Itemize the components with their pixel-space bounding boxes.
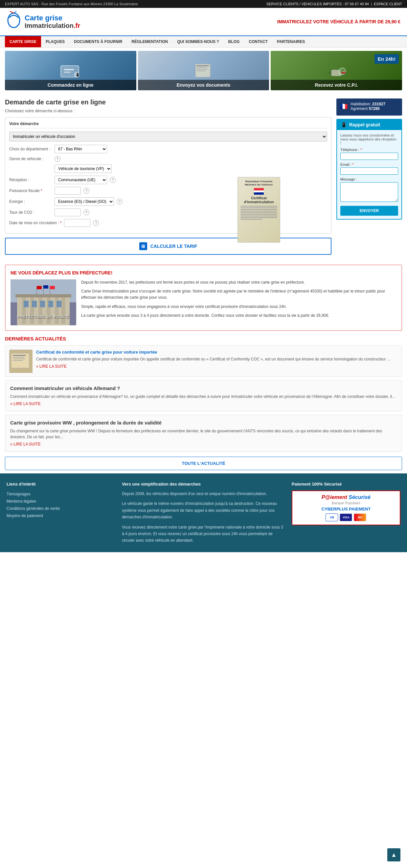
- nav-blog[interactable]: BLOG: [224, 36, 244, 47]
- news-title-1[interactable]: Certificat de conformité et carte grise …: [36, 350, 398, 354]
- svg-rect-36: [50, 286, 55, 289]
- co2-help-icon[interactable]: ?: [83, 210, 89, 215]
- logo-icon: [6, 11, 21, 32]
- svg-rect-28: [40, 301, 45, 307]
- news-content-1: Certificat de conformité et carte grise …: [36, 350, 398, 373]
- callback-email-input[interactable]: [340, 167, 398, 175]
- banner-recevez[interactable]: En 24h! 🚗 Recevez votre C.P.I.: [271, 51, 402, 90]
- nav-reglementation[interactable]: RÉGLEMENTATION: [127, 36, 172, 47]
- genre-row: Genre de véhicule : ? République Françai…: [9, 156, 327, 162]
- callback-message-textarea[interactable]: [340, 182, 398, 202]
- svg-line-1: [10, 11, 14, 13]
- genre-select[interactable]: Véhicule de tourisme (VP): [55, 164, 112, 173]
- dept-label: Choix du département :: [9, 147, 52, 151]
- phone-icon: 📱: [341, 122, 347, 127]
- news-read-more-1[interactable]: » LIRE LA SUITE: [36, 364, 67, 369]
- payment-box: P@iement Sécurisé Banque Populaire CYBER…: [292, 491, 401, 525]
- left-panel: Demande de carte grise en ligne Choisiss…: [5, 98, 331, 255]
- nav-contact[interactable]: CONTACT: [244, 36, 272, 47]
- date-input[interactable]: [64, 219, 90, 227]
- callback-phone-label: Téléphone : *: [340, 148, 398, 152]
- prefecture-img-label: PREFECTURE DE POLICE: [10, 315, 76, 319]
- hab-label1: Habilitation:: [350, 102, 371, 106]
- puissance-input[interactable]: [55, 187, 81, 195]
- banner-envoyez[interactable]: Envoyez vos documents: [138, 51, 269, 90]
- payment-secure-title: P@iement Sécurisé: [296, 494, 397, 500]
- energie-help-icon[interactable]: ?: [117, 198, 122, 205]
- svg-rect-41: [13, 359, 25, 359]
- callback-submit-button[interactable]: ENVOYER: [340, 206, 398, 216]
- footer-link-temoignages[interactable]: Témoignages: [6, 491, 115, 498]
- nav-carte-grise[interactable]: CARTE GRISE: [5, 36, 41, 47]
- footer-link-mentions[interactable]: Mentions légales: [6, 498, 115, 505]
- callback-box: 📱 Rappel gratuit Laissez nous vos coordo…: [337, 119, 402, 220]
- news-text-1: Certificat de conformité et carte grise …: [36, 356, 398, 362]
- nav-qui-sommes-nous[interactable]: QUI SOMMES-NOUS ?: [172, 36, 223, 47]
- nav-plaques[interactable]: PLAQUES: [41, 36, 69, 47]
- svg-rect-27: [32, 301, 37, 307]
- svg-rect-12: [197, 70, 206, 71]
- flag-icon: 🇫🇷: [340, 102, 348, 110]
- svg-rect-9: [197, 65, 209, 66]
- calc-label: CALCULER LE TARIF: [150, 244, 197, 249]
- puissance-help-icon[interactable]: ?: [83, 188, 89, 194]
- genre-select-row: Véhicule de tourisme (VP): [9, 164, 327, 173]
- news-title-2[interactable]: Comment immatriculer un véhicule Alleman…: [10, 385, 397, 391]
- reception-select[interactable]: Communautaire (UE): [55, 176, 107, 184]
- genre-label: Genre de véhicule :: [9, 157, 52, 161]
- service-info: SERVICE CLIENTS / VÉHICULES IMPORTÉS : 0…: [266, 2, 402, 6]
- date-help-icon[interactable]: ?: [93, 220, 99, 226]
- date-label: Date de mise en circulation :: [9, 221, 61, 225]
- prefecture-para-2: Carte Grise Immatriculation peut s'occup…: [81, 288, 397, 301]
- reception-help-icon[interactable]: ?: [110, 177, 116, 183]
- logo-line2: Immatriculation.fr: [25, 22, 80, 29]
- nav-partenaires[interactable]: PARTENAIRES: [272, 36, 310, 47]
- page-title: Demande de carte grise en ligne: [5, 98, 331, 106]
- demarche-select[interactable]: Immatriculer un véhicule d'occasion: [9, 132, 327, 142]
- hab-label2: Agrément: [350, 106, 368, 111]
- espace-client-link[interactable]: ESPACE CLIENT: [374, 2, 402, 6]
- habilitation-box: 🇫🇷 Habilitation: 231927 Agrément 57280: [337, 98, 402, 116]
- prefecture-image: PREFECTURE DE POLICE: [10, 279, 76, 326]
- certificate-overlay: République FrançaiseMinistère de l'intér…: [237, 177, 280, 243]
- header: Carte grise Immatriculation.fr IMMATRICU…: [0, 8, 407, 36]
- footer-simplification-text: Depuis 2009, les véhicules disposent d'u…: [122, 491, 285, 544]
- footer-link-paiement[interactable]: Moyens de paiement: [6, 512, 115, 519]
- banner-commandez[interactable]: 📱 Commandez en ligne: [5, 51, 136, 90]
- nav-documents[interactable]: DOCUMENTS À FOURNIR: [69, 36, 127, 47]
- dept-row: Choix du département : 67 - Bas Rhin: [9, 145, 327, 153]
- news-read-more-3[interactable]: » LIRE LA SUITE: [10, 442, 41, 446]
- energie-select[interactable]: Essence (ES) / Diesel (GO): [55, 197, 114, 206]
- callback-message-label: Message :: [340, 177, 398, 181]
- news-title-3[interactable]: Carte grise provisoire WW , prolongement…: [10, 420, 397, 426]
- footer: Liens d'intérêt Témoignages Mentions lég…: [0, 473, 407, 552]
- calculate-button[interactable]: ⊞ CALCULER LE TARIF: [5, 238, 331, 255]
- hab-value2: 57280: [369, 106, 379, 111]
- news-text-2: Comment immatriculer un véhicule en prov…: [10, 394, 397, 400]
- footer-link-cgv[interactable]: Conditions générales de vente: [6, 505, 115, 512]
- footer-links-title: Liens d'intérêt: [6, 482, 115, 487]
- banner-label-1: Commandez en ligne: [5, 80, 136, 90]
- all-news-button[interactable]: TOUTE L'ACTUALITÉ: [5, 457, 402, 470]
- genre-help-icon[interactable]: ?: [55, 156, 60, 162]
- callback-phone-input[interactable]: [340, 153, 398, 160]
- dept-select[interactable]: 67 - Bas Rhin: [55, 145, 107, 153]
- banner-label-3: Recevez votre C.P.I.: [271, 80, 402, 90]
- calc-icon: ⊞: [139, 242, 147, 250]
- puissance-label: Puissance fiscale: [9, 188, 52, 193]
- prefecture-content: PREFECTURE DE POLICE Depuis fin novembre…: [10, 279, 397, 326]
- payment-brand: CYBERPLUS PAIEMENT: [296, 506, 397, 512]
- footer-col-simplification: Vers une simplification des démarches De…: [122, 482, 285, 544]
- svg-rect-10: [197, 67, 206, 68]
- callback-description: Laissez nous vos coordonnées et nous vou…: [340, 133, 398, 145]
- logo-area: Carte grise Immatriculation.fr: [6, 11, 80, 32]
- news-read-more-2[interactable]: » LIRE LA SUITE: [10, 402, 41, 406]
- co2-input[interactable]: [55, 209, 81, 216]
- svg-rect-34: [43, 285, 48, 288]
- hab-value1: 231927: [372, 102, 385, 106]
- svg-rect-11: [197, 69, 208, 70]
- svg-rect-24: [61, 298, 65, 324]
- news-section-title: DERNIÈRES ACTUALITÉS: [5, 336, 402, 341]
- callback-header: 📱 Rappel gratuit: [337, 120, 401, 130]
- news-text-3: Du changement sur la carte grise proviso…: [10, 428, 397, 440]
